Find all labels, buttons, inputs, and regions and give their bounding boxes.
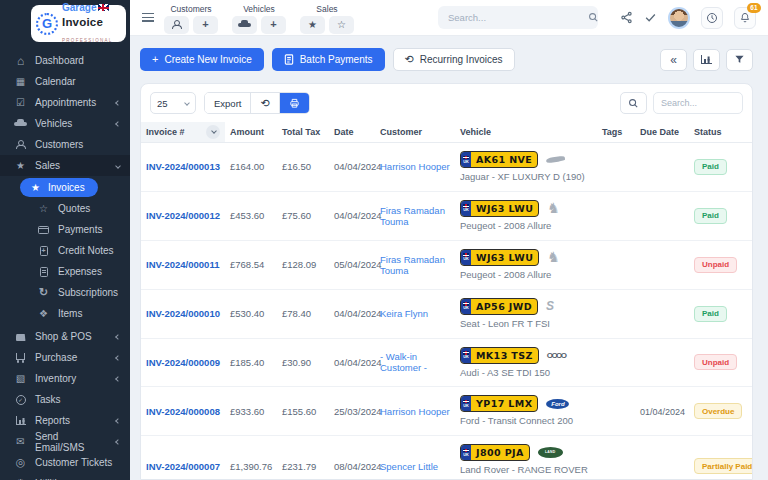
invoice-link[interactable]: INV-2024/000013 xyxy=(146,161,220,172)
printer-icon xyxy=(289,98,300,109)
sidebar-item-calendar[interactable]: Calendar xyxy=(0,71,130,92)
vehicles-car-button[interactable] xyxy=(232,16,257,34)
column-header-vehicle[interactable]: Vehicle xyxy=(455,122,597,143)
sidebar-item-purchase[interactable]: Purchase xyxy=(0,347,130,368)
cart-icon xyxy=(16,353,25,360)
sidebar-item-appointments[interactable]: Appointments xyxy=(0,92,130,113)
table-search-button[interactable] xyxy=(620,92,647,114)
date-cell: 05/04/2024 xyxy=(329,240,375,289)
chart-view-button[interactable] xyxy=(693,49,720,71)
invoice-link[interactable]: INV-2024/000012 xyxy=(146,210,220,221)
star-icon xyxy=(31,183,40,193)
refresh-button[interactable]: ⟲ xyxy=(251,93,279,113)
notifications-button[interactable]: 61 xyxy=(734,7,756,29)
sidebar-item-shop-pos[interactable]: Shop & POS xyxy=(0,326,130,347)
sidebar-item-vehicles[interactable]: Vehicles xyxy=(0,113,130,134)
sidebar-item-expenses[interactable]: Expenses xyxy=(0,261,130,282)
sidebar-item-quotes[interactable]: Quotes xyxy=(0,198,130,219)
table-search-input[interactable] xyxy=(653,92,743,114)
invoice-link[interactable]: INV-2024/000007 xyxy=(146,461,220,472)
sidebar-item-customer-tickets[interactable]: Customer Tickets xyxy=(0,452,130,473)
customers-plus-button[interactable] xyxy=(193,16,218,34)
sidebar-item-reports[interactable]: Reports xyxy=(0,410,130,431)
column-header-due-date[interactable]: Due Date xyxy=(635,122,689,143)
batch-payments-button[interactable]: Batch Payments xyxy=(272,48,385,71)
print-button[interactable] xyxy=(280,93,309,113)
calendar-icon xyxy=(16,77,25,87)
sidebar-item-customers[interactable]: Customers xyxy=(0,134,130,155)
amount-cell: £1,390.76 xyxy=(225,436,277,480)
sidebar-item-inventory[interactable]: Inventory xyxy=(0,368,130,389)
chevron-down-icon xyxy=(115,163,121,169)
sales-star-outline-button[interactable] xyxy=(329,16,354,34)
sidebar-item-credit-notes[interactable]: Credit Notes xyxy=(0,240,130,261)
customer-link[interactable]: Firas Ramadan Touma xyxy=(380,205,445,227)
check-icon[interactable] xyxy=(644,11,657,24)
sidebar-item-invoices[interactable]: Invoices xyxy=(0,177,130,198)
invoice-link[interactable]: INV-2024/000009 xyxy=(146,357,220,368)
sidebar-item-utilities[interactable]: Utilities xyxy=(0,473,130,480)
quick-group-vehicles: Vehicles xyxy=(232,2,286,34)
sidebar-item-payments[interactable]: Payments xyxy=(0,219,130,240)
tags-cell xyxy=(597,191,635,240)
filter-button[interactable] xyxy=(726,49,753,71)
customer-link[interactable]: Spencer Little xyxy=(380,461,438,472)
recurring-invoices-button[interactable]: ⟲ Recurring Invoices xyxy=(393,48,515,71)
sidebar-item-label: Reports xyxy=(35,415,108,426)
invoice-link[interactable]: INV-2024/000011 xyxy=(146,259,219,270)
column-header-status[interactable]: Status xyxy=(689,122,753,143)
create-new-invoice-button[interactable]: + Create New Invoice xyxy=(140,48,264,71)
history-clock-button[interactable] xyxy=(701,7,723,29)
column-header-invoice[interactable]: Invoice # xyxy=(141,122,225,143)
sidebar-item-label: Appointments xyxy=(35,97,108,108)
invoices-table: Invoice #AmountTotal TaxDateCustomerVehi… xyxy=(141,122,753,480)
global-search-input[interactable] xyxy=(446,11,582,24)
sidebar-item-subscriptions[interactable]: Subscriptions xyxy=(0,282,130,303)
column-header-date[interactable]: Date xyxy=(329,122,375,143)
customer-link[interactable]: - Walk-in Customer - xyxy=(380,351,427,373)
basket-icon xyxy=(16,334,26,341)
date-cell: 04/04/2024 xyxy=(329,338,375,387)
notification-badge: 61 xyxy=(747,3,761,13)
tax-cell: £75.60 xyxy=(277,191,329,240)
sidebar-item-label: Tasks xyxy=(35,394,120,405)
column-header-tags[interactable]: Tags xyxy=(597,122,635,143)
tax-cell: £78.40 xyxy=(277,289,329,338)
quick-group-label: Sales xyxy=(316,4,337,14)
sidebar-item-dashboard[interactable]: Dashboard xyxy=(0,50,130,71)
plate-number: YP17 LMX xyxy=(471,396,537,411)
sidebar-item-label: Vehicles xyxy=(35,118,108,129)
tax-cell: £30.90 xyxy=(277,338,329,387)
search-icon[interactable] xyxy=(588,12,599,23)
customer-link[interactable]: Firas Ramadan Touma xyxy=(380,254,445,276)
column-filter-dropdown[interactable] xyxy=(206,125,220,139)
invoice-link[interactable]: INV-2024/000010 xyxy=(146,308,220,319)
app-logo[interactable]: G Garage Invoice PROFESSIONAL xyxy=(31,5,126,42)
sidebar-item-send-email-sms[interactable]: Send Email/SMS xyxy=(0,431,130,452)
sales-star-filled-button[interactable] xyxy=(300,16,325,34)
sidebar-item-tasks[interactable]: Tasks xyxy=(0,389,130,410)
sidebar-toggle-icon[interactable] xyxy=(142,13,154,22)
column-header-total-tax[interactable]: Total Tax xyxy=(277,122,329,143)
sidebar-item-items[interactable]: Items xyxy=(0,303,130,324)
column-header-amount[interactable]: Amount xyxy=(225,122,277,143)
uk-plate-badge: UK xyxy=(461,152,471,167)
customer-link[interactable]: Harrison Hooper xyxy=(380,161,450,172)
page-size-select[interactable]: 25 xyxy=(150,92,196,114)
customer-link[interactable]: Harrison Hooper xyxy=(380,406,450,417)
collapse-button[interactable]: « xyxy=(660,49,687,71)
sidebar-item-label: Customer Tickets xyxy=(35,457,120,468)
vehicles-plus-button[interactable] xyxy=(261,16,286,34)
share-icon[interactable] xyxy=(620,11,633,24)
customers-person-button[interactable] xyxy=(164,16,189,34)
top-header: CustomersVehiclesSales xyxy=(130,0,768,36)
uk-plate-badge: UK xyxy=(461,201,471,216)
tags-cell xyxy=(597,387,635,436)
invoice-link[interactable]: INV-2024/000008 xyxy=(146,406,220,417)
sidebar-item-sales[interactable]: Sales xyxy=(0,155,130,176)
uk-plate-badge: UK xyxy=(461,445,471,460)
export-button[interactable]: Export xyxy=(205,93,251,113)
customer-link[interactable]: Keira Flynn xyxy=(380,308,428,319)
column-header-customer[interactable]: Customer xyxy=(375,122,455,143)
user-avatar[interactable] xyxy=(668,7,690,29)
